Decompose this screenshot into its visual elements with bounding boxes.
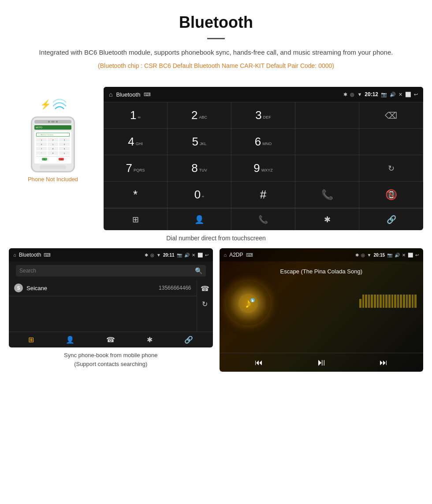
bluetooth-icon: ⚡ — [40, 99, 51, 110]
dial-key-5[interactable]: 5JKL — [168, 129, 231, 155]
dial-backspace[interactable]: ⌫ — [359, 102, 423, 129]
pb-bt-icon: ✱ — [145, 253, 148, 258]
pb-time: 20:11 — [163, 253, 175, 258]
close-icon: ✕ — [398, 92, 402, 97]
phone-key-9: 9 — [59, 147, 70, 150]
music-main-area: ♪ — [226, 281, 417, 325]
pb-nav-link[interactable]: 🔗 — [184, 336, 193, 344]
dial-caption: Dial number direct from touchscreen — [0, 235, 432, 242]
pb-status-left: ⌂ Bluetooth ⌨ — [13, 252, 51, 258]
dial-key-1[interactable]: 1∞ — [104, 102, 168, 129]
music-play-pause-btn[interactable]: ⏯ — [317, 357, 326, 368]
visualizer-bar — [383, 295, 385, 308]
dial-nav-link[interactable]: 🔗 — [359, 209, 423, 230]
pb-contact-avatar: S — [14, 284, 23, 292]
phonebook-caption-text: Sync phone-book from mobile phone(Suppor… — [64, 352, 157, 367]
status-right: ✱ ◎ ▼ 20:12 📷 🔊 ✕ ⬜ ↩ — [343, 91, 418, 97]
music-prev-btn[interactable]: ⏮ — [255, 358, 263, 367]
dial-status-bar: ⌂ Bluetooth ⌨ ✱ ◎ ▼ 20:12 📷 🔊 ✕ ⬜ ↩ — [104, 87, 423, 102]
phone-key-6: 6 — [59, 142, 70, 146]
phone-dot — [48, 121, 50, 123]
dial-key-8[interactable]: 8TUV — [168, 155, 231, 182]
phone-key-2: 2 — [48, 138, 58, 142]
visualizer-bar — [362, 295, 365, 308]
pb-close-icon: ✕ — [192, 253, 195, 258]
dial-nav-phone[interactable]: 📞 — [231, 209, 295, 230]
dial-cell-empty-2 — [295, 129, 359, 155]
dial-screen-container: ⌂ Bluetooth ⌨ ✱ ◎ ▼ 20:12 📷 🔊 ✕ ⬜ ↩ — [97, 87, 423, 230]
pb-cam-icon: 📷 — [177, 253, 182, 258]
dial-call-red[interactable]: 📵 — [359, 182, 423, 208]
music-song-title: Escape (The Pina Colada Song) — [280, 268, 362, 275]
pb-usb-icon: ⌨ — [44, 252, 51, 258]
visualizer-bar — [403, 295, 405, 308]
pb-refresh-icon[interactable]: ↻ — [202, 300, 208, 308]
dial-key-3[interactable]: 3DEF — [231, 102, 295, 129]
pb-signal-icon: ▼ — [156, 253, 161, 258]
dial-key-hash[interactable]: # — [231, 182, 295, 208]
dial-cell-empty-4 — [295, 155, 359, 182]
phone-speaker-bar — [34, 120, 71, 123]
visualizer-bar — [391, 295, 394, 308]
pb-contact-number: 13566664466 — [159, 285, 191, 291]
pb-nav-grid[interactable]: ⊞ — [28, 336, 34, 344]
pb-search-area: Search 🔍 — [12, 265, 209, 276]
dial-nav-grid[interactable]: ⊞ — [104, 209, 168, 230]
dial-key-star[interactable]: * — [104, 182, 168, 208]
phone-brand-bar: MOTO — [34, 125, 71, 130]
visualizer-bar — [406, 295, 408, 308]
phone-call-green: 📞 — [42, 158, 47, 161]
dial-nav-person[interactable]: 👤 — [168, 209, 231, 230]
phone-body: MOTO ++ Add to Contacts 1 2 3 4 5 6 7 8 … — [31, 116, 75, 172]
pb-call-icon[interactable]: ☎ — [201, 284, 209, 293]
pb-contact-row-seicane[interactable]: S Seicane 13566664466 — [9, 280, 197, 296]
home-icon: ⌂ — [109, 91, 112, 98]
usb-icon: ⌨ — [144, 92, 151, 97]
music-home-icon: ⌂ — [224, 252, 227, 258]
visualizer-bar — [400, 295, 402, 308]
phone-not-included-label: Phone Not Included — [28, 176, 78, 183]
dial-nav-bluetooth[interactable]: ✱ — [295, 209, 359, 230]
pb-nav-bluetooth[interactable]: ✱ — [147, 336, 153, 344]
phone-key-hash: # — [59, 151, 70, 155]
music-content: Escape (The Pina Colada Song) ♪ — [220, 261, 424, 353]
music-status-bar: ⌂ A2DP ⌨ ✱ ◎ ▼ 20:15 📷 🔊 ✕ ⬜ ↩ — [220, 248, 424, 261]
dial-key-0[interactable]: 0+ — [168, 182, 231, 208]
pb-contact-list: S Seicane 13566664466 — [9, 280, 197, 332]
dial-key-4[interactable]: 4GHI — [104, 129, 168, 155]
dial-key-7[interactable]: 7PQRS — [104, 155, 168, 182]
music-time: 20:15 — [373, 253, 385, 258]
status-time: 20:12 — [365, 91, 378, 97]
phone-call-buttons: 📞 📵 — [36, 156, 70, 162]
dial-refresh[interactable]: ↻ — [359, 155, 423, 182]
description-text: Integrated with BC6 Bluetooth module, su… — [26, 47, 406, 58]
dial-call-green[interactable]: 📞 — [295, 182, 359, 208]
phone-camera — [51, 121, 55, 123]
pb-nav-phone[interactable]: ☎ — [106, 336, 115, 344]
status-left: ⌂ Bluetooth ⌨ — [109, 91, 151, 98]
pb-home-icon: ⌂ — [13, 252, 16, 258]
visualizer-bar — [374, 295, 376, 308]
phone-key-7: 7 — [36, 147, 47, 150]
phone-key-4: 4 — [36, 142, 47, 146]
music-usb-icon: ⌨ — [246, 252, 253, 258]
dial-key-9[interactable]: 9WXYZ — [231, 155, 295, 182]
specs-text: (Bluetooth chip : CSR BC6 Default Blueto… — [26, 62, 406, 69]
dial-bottom-nav: ⊞ 👤 📞 ✱ 🔗 — [104, 208, 423, 230]
music-cam-icon: 📷 — [387, 253, 392, 258]
pb-search-bar: Search 🔍 — [16, 265, 206, 276]
music-close-icon: ✕ — [402, 253, 406, 258]
bottom-screenshots-row: ⌂ Bluetooth ⌨ ✱ ◎ ▼ 20:11 📷 🔊 ✕ ⬜ ↩ — [0, 248, 432, 372]
dial-key-6[interactable]: 6MNO — [231, 129, 295, 155]
music-status-left: ⌂ A2DP ⌨ — [224, 252, 253, 258]
phone-add-contacts: ++ Add to Contacts — [36, 133, 70, 137]
visualizer-bar — [365, 295, 367, 308]
music-signal-icon: ▼ — [367, 253, 372, 258]
music-next-btn[interactable]: ⏭ — [380, 358, 387, 367]
pb-search-icon[interactable]: 🔍 — [195, 267, 202, 274]
dial-screen-title: Bluetooth — [116, 91, 140, 98]
dial-key-2[interactable]: 2ABC — [168, 102, 231, 129]
pb-nav-person[interactable]: 👤 — [66, 336, 74, 344]
dial-screen: ⌂ Bluetooth ⌨ ✱ ◎ ▼ 20:12 📷 🔊 ✕ ⬜ ↩ — [104, 87, 423, 230]
location-icon: ◎ — [350, 92, 354, 97]
